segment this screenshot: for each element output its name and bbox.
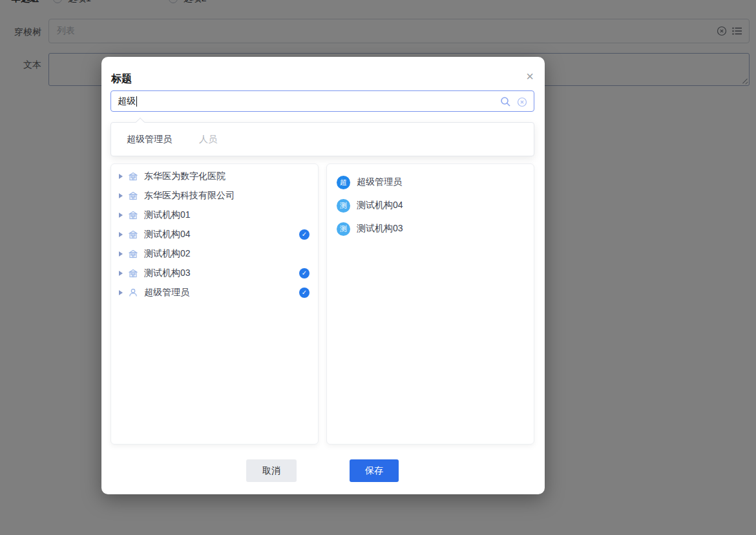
selected-item[interactable]: 测 测试机构04 bbox=[327, 194, 534, 217]
tree-item-label: 测试机构01 bbox=[144, 209, 191, 221]
tree-item[interactable]: 测试机构04 ✓ bbox=[111, 225, 318, 244]
expand-caret-icon[interactable] bbox=[119, 174, 123, 179]
expand-caret-icon[interactable] bbox=[119, 193, 123, 198]
tree-item-label: 测试机构04 bbox=[144, 229, 191, 240]
member-select-dialog: 标题 × 超级 超级管理员 人员 bbox=[101, 57, 545, 494]
tree-item-label: 东华医为科技有限公司 bbox=[144, 190, 235, 202]
expand-caret-icon[interactable] bbox=[119, 290, 123, 295]
org-tree-panel: 东华医为数字化医院 东华医为科技有限公司 bbox=[110, 163, 319, 445]
tree-item-label: 测试机构03 bbox=[144, 268, 191, 279]
selected-item[interactable]: 超 超级管理员 bbox=[327, 171, 534, 194]
building-icon bbox=[128, 191, 138, 201]
person-icon bbox=[128, 288, 138, 298]
building-icon bbox=[128, 268, 138, 278]
expand-caret-icon[interactable] bbox=[119, 251, 123, 257]
tree-item[interactable]: 东华医为科技有限公司 bbox=[111, 186, 318, 205]
selected-item-label: 测试机构04 bbox=[357, 200, 403, 211]
search-input-value: 超级 bbox=[118, 96, 136, 107]
suggestion-item-secondary[interactable]: 人员 bbox=[199, 134, 217, 145]
cancel-button[interactable]: 取消 bbox=[246, 459, 297, 482]
search-icon bbox=[500, 96, 511, 107]
search-input[interactable]: 超级 bbox=[110, 90, 534, 112]
clear-search-icon[interactable] bbox=[517, 97, 527, 107]
close-icon[interactable]: × bbox=[526, 70, 534, 83]
dialog-title: 标题 bbox=[111, 72, 132, 86]
building-icon bbox=[128, 249, 138, 259]
building-icon bbox=[128, 210, 138, 220]
tree-item[interactable]: 超级管理员 ✓ bbox=[111, 283, 318, 302]
avatar: 测 bbox=[337, 222, 350, 236]
tree-item-label: 超级管理员 bbox=[144, 287, 189, 299]
suggestion-item-active[interactable]: 超级管理员 bbox=[127, 134, 172, 145]
selected-check-icon: ✓ bbox=[299, 268, 310, 278]
tree-item[interactable]: 测试机构02 bbox=[111, 244, 318, 264]
tree-item[interactable]: 测试机构03 ✓ bbox=[111, 264, 318, 283]
building-icon bbox=[128, 229, 138, 240]
tree-item[interactable]: 东华医为数字化医院 bbox=[111, 167, 318, 186]
expand-caret-icon[interactable] bbox=[119, 232, 123, 237]
search-suggestion-dropdown: 超级管理员 人员 bbox=[110, 122, 534, 156]
tree-item[interactable]: 测试机构01 bbox=[111, 205, 318, 225]
avatar: 测 bbox=[337, 199, 350, 213]
selected-items-panel: 超 超级管理员 测 测试机构04 测 测试机构03 bbox=[326, 163, 534, 445]
tree-item-label: 测试机构02 bbox=[144, 248, 191, 260]
selected-item-label: 超级管理员 bbox=[357, 176, 402, 188]
save-button[interactable]: 保存 bbox=[350, 459, 399, 482]
avatar: 超 bbox=[337, 176, 350, 189]
selected-check-icon: ✓ bbox=[299, 229, 310, 240]
dropdown-arrow bbox=[136, 118, 145, 127]
expand-caret-icon[interactable] bbox=[119, 213, 123, 218]
tree-item-label: 东华医为数字化医院 bbox=[144, 171, 226, 182]
expand-caret-icon[interactable] bbox=[119, 271, 123, 276]
building-icon bbox=[128, 171, 138, 182]
selected-check-icon: ✓ bbox=[299, 288, 310, 298]
selected-item-label: 测试机构03 bbox=[357, 223, 403, 235]
selected-item[interactable]: 测 测试机构03 bbox=[327, 217, 534, 240]
text-cursor bbox=[136, 96, 137, 107]
